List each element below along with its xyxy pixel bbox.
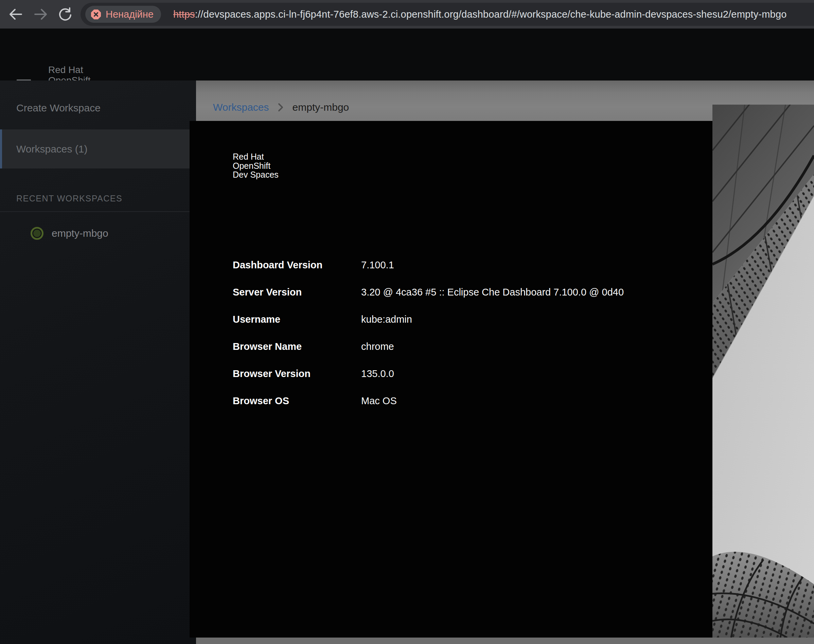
back-icon xyxy=(8,6,24,22)
insecure-octagon-icon xyxy=(91,9,101,20)
sidebar-item-label: Create Workspace xyxy=(16,102,101,114)
loader-logo-line: OpenShift xyxy=(233,161,279,170)
breadcrumb-link-workspaces[interactable]: Workspaces xyxy=(213,101,269,113)
sidebar-nav: Create Workspace Workspaces (1) RECENT W… xyxy=(0,81,196,644)
background-photo xyxy=(713,104,814,638)
info-label: Browser OS xyxy=(233,396,361,406)
brand-logo-line: Red Hat xyxy=(48,64,100,75)
recent-workspace-label: empty-mbgo xyxy=(52,228,108,239)
sidebar-item-create-workspace[interactable]: Create Workspace xyxy=(0,81,196,129)
forward-icon xyxy=(33,6,49,22)
info-row: Browser OS Mac OS xyxy=(233,387,624,414)
security-badge[interactable]: Ненадійне xyxy=(85,6,161,23)
info-row: Username kube:admin xyxy=(233,306,624,333)
info-label: Browser Version xyxy=(233,368,361,379)
reload-button[interactable] xyxy=(56,5,75,24)
breadcrumb: Workspaces empty-mbgo xyxy=(213,101,349,113)
info-label: Server Version xyxy=(233,287,361,298)
url-text: https://devspaces.apps.ci-ln-fj6p4nt-76e… xyxy=(173,9,787,20)
browser-toolbar: Ненадійне https://devspaces.apps.ci-ln-f… xyxy=(0,0,814,29)
url-rest: ://devspaces.apps.ci-ln-fj6p4nt-76ef8.aw… xyxy=(195,9,787,20)
breadcrumb-current: empty-mbgo xyxy=(293,101,349,113)
forward-button[interactable] xyxy=(31,5,50,24)
workspace-running-status-icon xyxy=(31,227,43,240)
info-value: 3.20 @ 4ca36 #5 :: Eclipse Che Dashboard… xyxy=(361,287,624,298)
info-label: Browser Name xyxy=(233,341,361,352)
workspace-loader-panel: Red Hat OpenShift Dev Spaces Dashboard V… xyxy=(190,121,713,638)
info-label: Username xyxy=(233,314,361,325)
info-value: 135.0.0 xyxy=(361,368,394,379)
reload-icon xyxy=(57,6,74,22)
info-value: 7.100.1 xyxy=(361,259,394,271)
url-scheme: https xyxy=(173,9,195,20)
main-content: Workspaces empty-mbgo xyxy=(196,81,814,644)
info-value: Mac OS xyxy=(361,396,397,406)
info-value: chrome xyxy=(361,341,394,352)
info-row: Browser Version 135.0.0 xyxy=(233,360,624,387)
security-badge-label: Ненадійне xyxy=(106,9,153,20)
recent-workspaces-heading: RECENT WORKSPACES xyxy=(0,193,196,212)
address-bar[interactable]: Ненадійне https://devspaces.apps.ci-ln-f… xyxy=(81,3,814,26)
back-button[interactable] xyxy=(6,5,25,24)
info-row: Dashboard Version 7.100.1 xyxy=(233,251,624,279)
sidebar-item-label: Workspaces (1) xyxy=(16,143,87,155)
info-value: kube:admin xyxy=(361,314,412,325)
info-row: Server Version 3.20 @ 4ca36 #5 :: Eclips… xyxy=(233,279,624,306)
loader-brand-logo: Red Hat OpenShift Dev Spaces xyxy=(233,152,279,179)
app-masthead: Red Hat OpenShift Dev Spaces xyxy=(0,29,814,81)
sidebar-item-recent-workspace[interactable]: empty-mbgo xyxy=(0,212,196,255)
about-info-table: Dashboard Version 7.100.1 Server Version… xyxy=(233,251,624,414)
breadcrumb-chevron-icon xyxy=(278,103,284,112)
info-label: Dashboard Version xyxy=(233,259,361,271)
info-row: Browser Name chrome xyxy=(233,333,624,360)
loader-logo-line: Dev Spaces xyxy=(233,170,279,179)
loader-logo-line: Red Hat xyxy=(233,152,279,161)
sidebar-item-workspaces[interactable]: Workspaces (1) xyxy=(0,129,196,169)
